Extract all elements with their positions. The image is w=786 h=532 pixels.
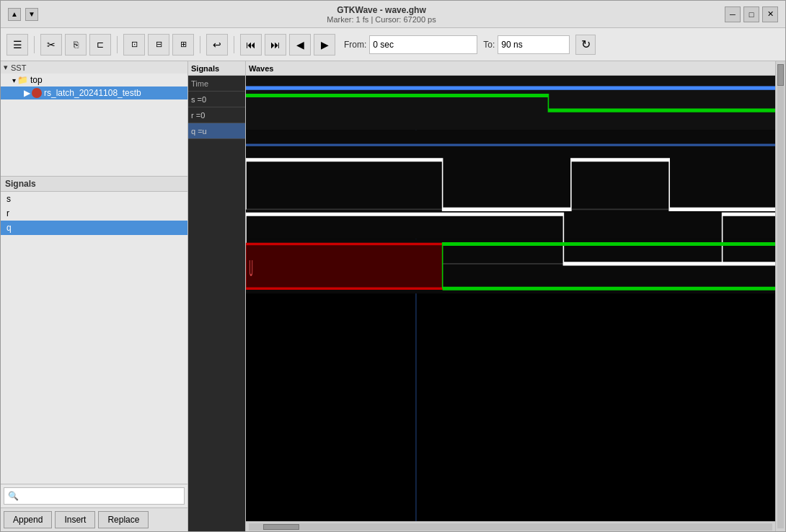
signal-item-r[interactable]: r bbox=[1, 206, 187, 221]
search-wrapper: 🔍 bbox=[4, 487, 185, 505]
insert-button[interactable]: Insert bbox=[55, 511, 95, 528]
sst-item-top[interactable]: ▾ 📁 top bbox=[1, 74, 187, 87]
titlebar-title-area: GTKWave - wave.ghw Marker: 1 fs | Cursor… bbox=[38, 5, 725, 24]
q-row-label: q =u bbox=[188, 123, 245, 139]
left-panel: ▾ SST ▾ 📁 top ▶ rs_latch_20241108_testb … bbox=[1, 61, 188, 531]
waves-container: Signals Time s =0 r =0 q =u Waves bbox=[188, 61, 785, 531]
to-label: To: bbox=[483, 40, 495, 50]
signal-item-s[interactable]: s bbox=[1, 192, 187, 206]
signal-item-q[interactable]: q bbox=[1, 221, 187, 235]
titlebar: ▲ ▼ GTKWave - wave.ghw Marker: 1 fs | Cu… bbox=[1, 1, 785, 28]
folder-icon: 📁 bbox=[17, 75, 28, 85]
titlebar-left-controls: ▲ ▼ bbox=[8, 8, 38, 21]
component-caret: ▶ bbox=[24, 88, 30, 98]
replace-button[interactable]: Replace bbox=[98, 511, 149, 528]
toolbar-sep-2 bbox=[117, 36, 118, 53]
svg-rect-2 bbox=[246, 130, 775, 185]
top-label: top bbox=[30, 75, 43, 85]
signals-list: s r q bbox=[1, 192, 187, 484]
v-scrollbar[interactable] bbox=[775, 61, 785, 531]
last-button[interactable]: ⏭ bbox=[265, 34, 286, 56]
signal-search-area: 🔍 bbox=[1, 484, 187, 507]
component-label: rs_latch_20241108_testb bbox=[44, 88, 141, 98]
main-window: ▲ ▼ GTKWave - wave.ghw Marker: 1 fs | Cu… bbox=[0, 0, 786, 532]
main-area: ▾ SST ▾ 📁 top ▶ rs_latch_20241108_testb … bbox=[1, 61, 785, 531]
toolbar-sep-3 bbox=[200, 36, 200, 53]
cut-button[interactable]: ✂ bbox=[40, 34, 62, 56]
titlebar-right-controls: ─ □ ✕ bbox=[725, 6, 778, 22]
next-button[interactable]: ▶ bbox=[314, 34, 335, 56]
search-input[interactable] bbox=[4, 487, 185, 505]
toolbar-sep-1 bbox=[34, 36, 35, 53]
svg-rect-7 bbox=[246, 244, 443, 288]
waveform-canvas[interactable]: U bbox=[246, 76, 775, 521]
refresh-button[interactable]: ↻ bbox=[575, 35, 596, 55]
time-row-label: Time bbox=[188, 76, 245, 92]
waves-header: Waves bbox=[246, 61, 775, 76]
menu-button[interactable]: ☰ bbox=[6, 34, 28, 56]
waveform-svg: U bbox=[246, 76, 775, 521]
sst-section: ▾ SST ▾ 📁 top ▶ rs_latch_20241108_testb bbox=[1, 61, 187, 177]
waveform-area: Waves bbox=[246, 61, 775, 531]
h-scroll-track[interactable] bbox=[249, 523, 772, 531]
svg-rect-1 bbox=[246, 76, 775, 130]
v-scroll-thumb[interactable] bbox=[777, 64, 784, 86]
search-icon: 🔍 bbox=[8, 491, 19, 501]
from-label: From: bbox=[344, 40, 366, 50]
minimize-btn[interactable]: ─ bbox=[725, 6, 741, 22]
right-panel: Signals Time s =0 r =0 q =u Waves bbox=[188, 61, 785, 531]
app-title: GTKWave - wave.ghw bbox=[38, 5, 725, 15]
sst-label: SST bbox=[11, 63, 26, 72]
signals-header: Signals bbox=[1, 177, 187, 192]
sst-item-component[interactable]: ▶ rs_latch_20241108_testb bbox=[1, 87, 187, 99]
prev-button[interactable]: ◀ bbox=[289, 34, 311, 56]
signals-section: Signals s r q 🔍 Append bbox=[1, 177, 187, 531]
to-input[interactable] bbox=[498, 35, 570, 54]
h-scrollbar[interactable] bbox=[246, 521, 775, 531]
zoom-select-button[interactable]: ⊟ bbox=[148, 34, 169, 56]
titlebar-up-btn[interactable]: ▲ bbox=[8, 8, 21, 21]
titlebar-down-btn[interactable]: ▼ bbox=[25, 8, 38, 21]
from-input[interactable] bbox=[369, 35, 477, 54]
maximize-btn[interactable]: □ bbox=[743, 6, 759, 22]
copy-button[interactable]: ⎘ bbox=[65, 34, 87, 56]
svg-text:U: U bbox=[249, 256, 253, 281]
toolbar: ☰ ✂ ⎘ ⊏ ⊡ ⊟ ⊞ ↩ ⏮ ⏭ ◀ ▶ From: To: ↻ bbox=[1, 28, 785, 61]
waveform-with-vscroll: Waves bbox=[246, 61, 785, 531]
sst-header: ▾ SST bbox=[1, 61, 187, 74]
svg-rect-3 bbox=[246, 185, 775, 239]
r-row-label: r =0 bbox=[188, 107, 245, 123]
component-icon bbox=[32, 88, 42, 98]
v-scroll-track[interactable] bbox=[777, 64, 784, 528]
undo-button[interactable]: ↩ bbox=[206, 34, 228, 56]
signal-labels-column: Signals Time s =0 r =0 q =u bbox=[188, 61, 246, 531]
signal-rows: Time s =0 r =0 q =u bbox=[188, 76, 245, 531]
first-button[interactable]: ⏮ bbox=[240, 34, 262, 56]
zoom-fit-button[interactable]: ⊡ bbox=[123, 34, 145, 56]
toolbar-sep-4 bbox=[234, 36, 234, 53]
bottom-buttons: Append Insert Replace bbox=[1, 507, 187, 531]
h-scroll-thumb[interactable] bbox=[263, 524, 299, 530]
marker-cursor-info: Marker: 1 fs | Cursor: 67200 ps bbox=[38, 15, 725, 24]
sst-collapse-icon[interactable]: ▾ bbox=[4, 63, 8, 72]
append-button[interactable]: Append bbox=[4, 511, 52, 528]
s-row-label: s =0 bbox=[188, 92, 245, 107]
top-caret: ▾ bbox=[12, 76, 16, 84]
close-btn[interactable]: ✕ bbox=[762, 6, 778, 22]
paste-button[interactable]: ⊏ bbox=[89, 34, 111, 56]
signals-col-header: Signals bbox=[188, 61, 245, 76]
zoom-in-button[interactable]: ⊞ bbox=[172, 34, 194, 56]
